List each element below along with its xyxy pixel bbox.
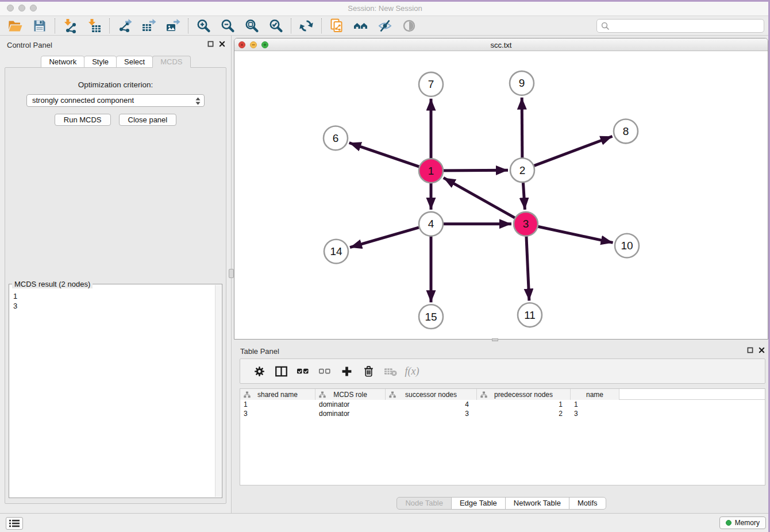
close-table-panel-button[interactable] [759,347,765,353]
tab-mcds[interactable]: MCDS [152,56,190,68]
export-table-icon [141,18,157,33]
add-row-icon [341,366,352,377]
tab-style[interactable]: Style [84,56,117,68]
graph-node-9[interactable]: 9 [510,71,534,95]
svg-text:4: 4 [428,218,434,230]
main-toolbar [0,16,770,36]
graph-node-4[interactable]: 4 [419,212,443,236]
column-header-name[interactable]: name [571,389,619,400]
task-history-button[interactable] [6,517,23,530]
export-table-button[interactable] [137,17,161,34]
graph-node-2[interactable]: 2 [510,158,534,182]
network-graph[interactable]: 7968124314101511 [234,52,768,339]
result-line: 3 [13,301,214,311]
network-resize-handle[interactable] [492,338,498,341]
edge-1-6[interactable] [349,142,431,171]
show-columns-button[interactable] [270,361,292,381]
window-title: Session: New Session [0,4,770,13]
tab-motifs[interactable]: Motifs [569,497,606,510]
node-table: shared nameMCDS rolesuccessor nodesprede… [240,388,765,485]
table-settings-button[interactable] [248,361,270,381]
column-header-successor-nodes[interactable]: successor nodes [386,389,477,400]
tab-select[interactable]: Select [116,56,153,68]
column-header-shared-name[interactable]: shared name [240,389,315,400]
optimization-criterion-value: strongly connected component [32,96,134,105]
apply-layout-button[interactable] [294,17,318,34]
search-box[interactable] [596,19,764,33]
delete-row-button[interactable] [357,361,379,381]
svg-text:2: 2 [519,164,526,176]
zoom-in-button[interactable] [191,17,215,34]
search-input[interactable] [612,20,764,32]
show-all-button[interactable] [397,17,421,34]
tab-node-table[interactable]: Node Table [396,497,452,510]
edge-2-8[interactable] [522,136,613,170]
panel-splitter-handle[interactable] [229,269,234,278]
edge-3-10[interactable] [526,224,613,243]
graph-node-1[interactable]: 1 [419,159,443,183]
first-neighbors-button[interactable] [349,17,373,34]
svg-text:3: 3 [523,218,529,230]
select-all-button[interactable] [292,361,314,381]
import-network-button[interactable] [58,17,82,34]
table-row[interactable]: 1dominator411 [240,400,765,409]
result-scrollbar[interactable] [215,285,221,497]
graph-node-8[interactable]: 8 [614,119,638,144]
tab-network[interactable]: Network [41,56,84,68]
column-header-MCDS-role[interactable]: MCDS role [315,389,386,400]
table-toolbar: f(x) [240,358,765,384]
column-header-predecessor-nodes[interactable]: predecessor nodes [477,389,571,400]
zoom-selected-button[interactable] [264,17,288,34]
toolbar-separator [109,18,110,33]
delete-table-icon [384,367,397,376]
tab-network-table[interactable]: Network Table [505,497,569,510]
import-network-icon [63,18,78,33]
zoom-fit-icon [244,18,259,33]
table-header-row: shared nameMCDS rolesuccessor nodesprede… [240,389,765,400]
run-mcds-button[interactable]: Run MCDS [55,114,111,126]
optimization-criterion-select[interactable]: strongly connected component [26,94,205,107]
import-table-button[interactable] [82,17,106,34]
memory-button[interactable]: Memory [719,516,766,529]
main-area: Control Panel NetworkStyleSelectMCDS Opt… [0,36,770,513]
toolbar-separator [188,18,188,33]
svg-text:11: 11 [524,309,536,321]
graph-node-10[interactable]: 10 [615,234,639,258]
table-settings-icon [254,366,265,377]
table-row[interactable]: 3dominator323 [240,409,765,418]
column-type-icon [389,391,396,398]
zoom-out-button[interactable] [215,17,240,34]
close-panel-button-inline[interactable]: Close panel [119,114,177,126]
export-image-button[interactable] [161,17,185,34]
table-cell: 1 [571,400,619,409]
clone-network-button[interactable] [325,17,349,34]
graph-node-14[interactable]: 14 [324,240,348,264]
graph-node-6[interactable]: 6 [324,126,348,150]
unselect-all-button[interactable] [314,361,336,381]
table-cell: 1 [240,400,315,409]
svg-text:9: 9 [519,77,525,89]
graph-node-15[interactable]: 15 [419,304,443,329]
toolbar-separator [291,18,291,33]
mcds-result-text[interactable]: 13 [10,290,214,497]
add-row-button[interactable] [336,361,357,381]
export-network-button[interactable] [113,17,137,34]
network-window-titlebar[interactable]: scc.txt [234,38,768,51]
float-panel-button[interactable] [207,41,214,47]
edge-3-1[interactable] [444,178,526,223]
close-panel-button[interactable] [219,41,225,47]
float-table-panel-button[interactable] [747,347,753,353]
hide-selected-button[interactable] [373,17,397,34]
mcds-result-box: MCDS result (2 nodes) 13 [9,284,222,498]
graph-node-7[interactable]: 7 [419,72,443,97]
export-image-icon [165,18,181,33]
open-file-button[interactable] [3,17,28,34]
zoom-fit-button[interactable] [240,17,264,34]
graph-node-3[interactable]: 3 [514,212,538,236]
save-session-button[interactable] [28,17,52,34]
control-panel: Control Panel NetworkStyleSelectMCDS Opt… [0,36,232,513]
network-canvas[interactable]: 7968124314101511 [234,52,768,339]
tab-edge-table[interactable]: Edge Table [451,497,506,510]
import-table-icon [87,18,102,33]
graph-node-11[interactable]: 11 [518,303,542,327]
